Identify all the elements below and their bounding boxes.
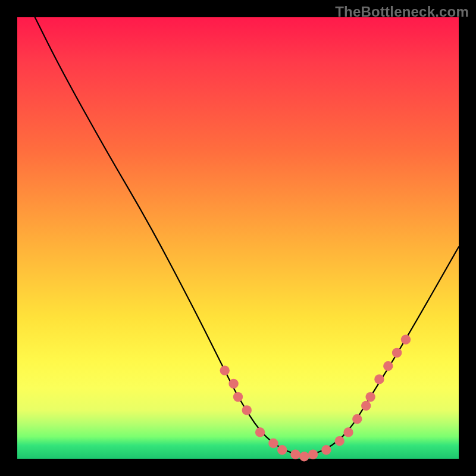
plot-area: [17, 17, 459, 459]
curve-marker: [220, 365, 230, 375]
chart-frame: TheBottleneck.com: [0, 0, 476, 476]
curve-marker: [299, 452, 309, 461]
curve-marker: [374, 374, 384, 384]
curve-marker: [242, 405, 252, 415]
curve-marker: [321, 445, 331, 455]
chart-svg: [17, 17, 459, 459]
curve-marker: [392, 348, 402, 358]
curve-marker: [343, 427, 353, 437]
curve-marker: [228, 379, 238, 389]
curve-marker: [268, 439, 278, 448]
curve-marker: [290, 449, 300, 459]
curve-marker: [308, 449, 318, 459]
curve-marker: [383, 361, 393, 371]
curve-marker: [401, 335, 411, 345]
curve-marker: [277, 445, 287, 455]
curve-marker: [233, 392, 243, 402]
watermark-text: TheBottleneck.com: [335, 4, 469, 20]
curve-marker: [255, 427, 265, 437]
curve-marker: [352, 414, 362, 424]
curve-marker: [335, 436, 345, 446]
bottleneck-curve: [35, 17, 459, 455]
curve-marker: [361, 401, 371, 411]
curve-markers: [220, 335, 411, 462]
curve-marker: [365, 392, 375, 402]
